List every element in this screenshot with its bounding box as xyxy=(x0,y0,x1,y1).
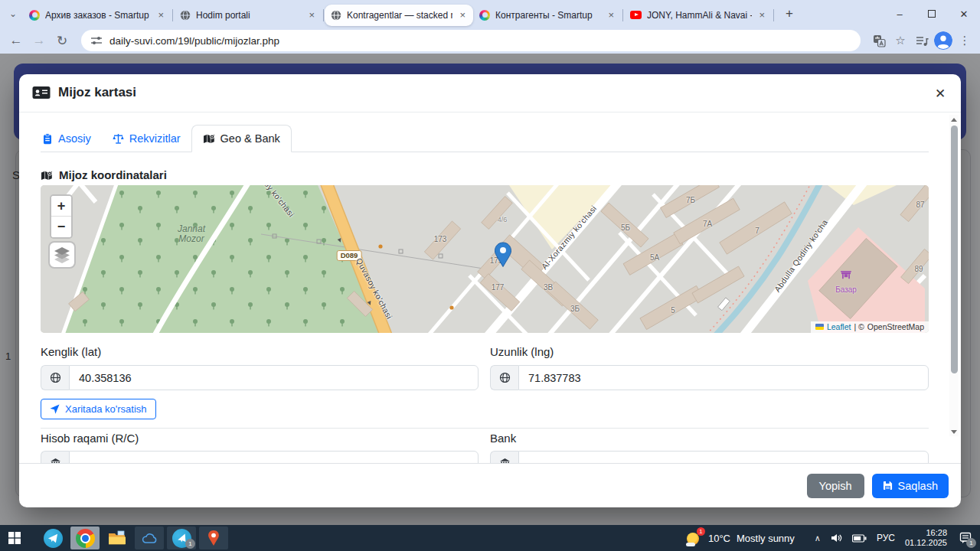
globe-icon xyxy=(41,365,69,390)
map-attribution: Leaflet | © OpenStreetMap xyxy=(811,321,929,333)
smartup-favicon-icon xyxy=(29,10,40,21)
scroll-down-arrow[interactable] xyxy=(949,427,959,436)
scroll-thumb[interactable] xyxy=(951,126,958,373)
lng-input[interactable] xyxy=(518,365,929,390)
forward-button[interactable]: → xyxy=(29,31,49,51)
language-indicator[interactable]: РУС xyxy=(877,533,895,543)
zoom-in-button[interactable]: + xyxy=(51,196,71,217)
bank-input[interactable] xyxy=(518,451,929,463)
taskbar-telegram2-button[interactable]: 1 xyxy=(167,527,196,549)
globe-icon xyxy=(490,365,518,390)
clock-time: 16:28 xyxy=(905,528,947,538)
layers-icon xyxy=(53,246,71,263)
osm-link[interactable]: OpenStreetMap xyxy=(867,322,924,331)
scales-icon xyxy=(113,133,124,145)
tray-chevron-icon[interactable]: ∧ xyxy=(815,533,821,543)
tab-close-icon[interactable]: × xyxy=(156,9,165,21)
maximize-icon xyxy=(928,10,936,18)
profile-avatar[interactable] xyxy=(934,31,952,50)
section-divider xyxy=(41,428,929,429)
scroll-up-arrow[interactable] xyxy=(949,115,959,124)
tab-close-icon[interactable]: × xyxy=(757,9,766,21)
tab-search-chevron-icon[interactable]: ⌄ xyxy=(3,4,23,24)
modal-title: Mijoz kartasi xyxy=(32,85,136,100)
reload-button[interactable]: ↻ xyxy=(52,31,72,51)
tab-close-icon[interactable]: × xyxy=(606,9,616,21)
taskbar-telegram-button[interactable] xyxy=(38,525,67,551)
windows-logo-icon xyxy=(8,532,21,544)
start-button[interactable] xyxy=(0,525,29,551)
save-button[interactable]: Saqlash xyxy=(872,474,949,498)
minimize-button[interactable]: – xyxy=(884,0,916,28)
battery-icon[interactable] xyxy=(852,534,867,543)
taskbar-explorer-button[interactable] xyxy=(103,525,132,551)
location-arrow-icon xyxy=(50,404,60,414)
close-window-button[interactable]: ✕ xyxy=(948,0,980,28)
show-on-map-button[interactable]: Xaritada ko'rsatish xyxy=(41,399,156,419)
tab-geo-bank[interactable]: Geo & Bank xyxy=(191,125,292,152)
tab-title: Контрагенты - Smartup xyxy=(495,10,601,21)
speaker-icon[interactable] xyxy=(831,533,842,543)
browser-tab-2[interactable]: Hodim portali × xyxy=(174,5,322,26)
action-center-button[interactable]: 1 xyxy=(957,530,974,546)
maximize-button[interactable] xyxy=(916,0,948,28)
globe-favicon-icon xyxy=(331,10,341,21)
map-layers-control[interactable] xyxy=(48,241,76,269)
taskbar-cloud-app-button[interactable] xyxy=(135,527,164,549)
new-tab-button[interactable]: + xyxy=(779,4,799,24)
account-input[interactable] xyxy=(69,451,479,463)
address-bar[interactable]: daily-suvi.com/19l/public/mijozlar.php xyxy=(81,30,861,51)
leaflet-map[interactable]: JannatMozor oy ko'chasi D089 Quvasoy ko'… xyxy=(41,185,929,333)
modal-header: Mijoz kartasi ✕ xyxy=(19,74,961,112)
weather-text: Mostly sunny xyxy=(737,533,795,544)
bank-label: Bank xyxy=(490,432,516,445)
bookmark-star-icon[interactable]: ☆ xyxy=(891,31,910,50)
taskbar-weather[interactable]: 1 10°C Mostly sunny xyxy=(686,530,795,546)
media-controls-icon[interactable] xyxy=(913,31,931,50)
map-marker-icon[interactable] xyxy=(494,242,512,268)
lat-input[interactable] xyxy=(69,365,479,390)
browser-chrome: ⌄ Архив заказов - Smartup × Hodim portal… xyxy=(0,0,980,54)
system-tray: ∧ РУС 16:28 01.12.2025 xyxy=(815,528,974,548)
windows-taskbar: 1 1 10°C Mostly sunny ∧ xyxy=(0,525,980,551)
section-title: Mijoz koordinatalari xyxy=(41,168,167,181)
tab-strip: ⌄ Архив заказов - Smartup × Hodim portal… xyxy=(0,0,980,28)
bank-icon xyxy=(41,451,69,463)
lat-label: Kenglik (lat) xyxy=(41,345,101,358)
taskbar-clock[interactable]: 16:28 01.12.2025 xyxy=(905,528,947,548)
zoom-out-button[interactable]: − xyxy=(51,217,71,237)
close-modal-button[interactable]: Yopish xyxy=(807,474,864,498)
leaflet-link[interactable]: Leaflet xyxy=(827,322,851,331)
page-viewport: S 1 Mijoz kartasi ✕ Asosiy xyxy=(0,54,980,525)
browser-tab-3-active[interactable]: Kontragentlar — stacked moda × xyxy=(325,5,473,26)
tab-rekvizitlar[interactable]: Rekvizitlar xyxy=(102,126,191,152)
back-button[interactable]: ← xyxy=(6,31,26,51)
browser-toolbar: ← → ↻ daily-suvi.com/19l/public/mijozlar… xyxy=(0,28,980,54)
tab-asosiy[interactable]: Asosiy xyxy=(41,126,102,152)
attribution-sep: | © xyxy=(854,322,864,331)
window-controls: – ✕ xyxy=(884,0,980,28)
telegram-icon xyxy=(44,529,63,548)
weather-badge: 1 xyxy=(697,527,705,536)
taskbar-maps-app-button[interactable] xyxy=(199,527,228,549)
map-canvas xyxy=(41,185,929,333)
cloud-icon xyxy=(142,533,158,544)
modal-scrollbar[interactable] xyxy=(949,115,959,436)
show-on-map-label: Xaritada ko'rsatish xyxy=(65,403,147,415)
modal-close-button[interactable]: ✕ xyxy=(929,82,952,105)
id-card-icon xyxy=(32,86,51,99)
browser-tab-1[interactable]: Архив заказов - Smartup × xyxy=(23,5,172,26)
tab-separator xyxy=(622,9,623,21)
site-settings-icon[interactable] xyxy=(90,34,103,47)
tab-close-icon[interactable]: × xyxy=(307,9,316,21)
browser-tab-5[interactable]: JONY, HammAli & Navai - Без × xyxy=(624,5,773,26)
browser-tab-4[interactable]: Контрагенты - Smartup × xyxy=(473,5,622,26)
menu-dots-icon[interactable]: ⋮ xyxy=(956,31,974,50)
map-location-icon xyxy=(41,170,53,181)
taskbar-chrome-button[interactable] xyxy=(70,527,100,549)
modal-body: Asosiy Rekvizitlar Geo & Bank Mijoz koor… xyxy=(19,113,961,463)
tab-close-icon[interactable]: × xyxy=(458,9,467,21)
url-text[interactable]: daily-suvi.com/19l/public/mijozlar.php xyxy=(109,35,279,47)
tab-label: Geo & Bank xyxy=(220,132,280,145)
translate-icon[interactable] xyxy=(870,31,888,50)
